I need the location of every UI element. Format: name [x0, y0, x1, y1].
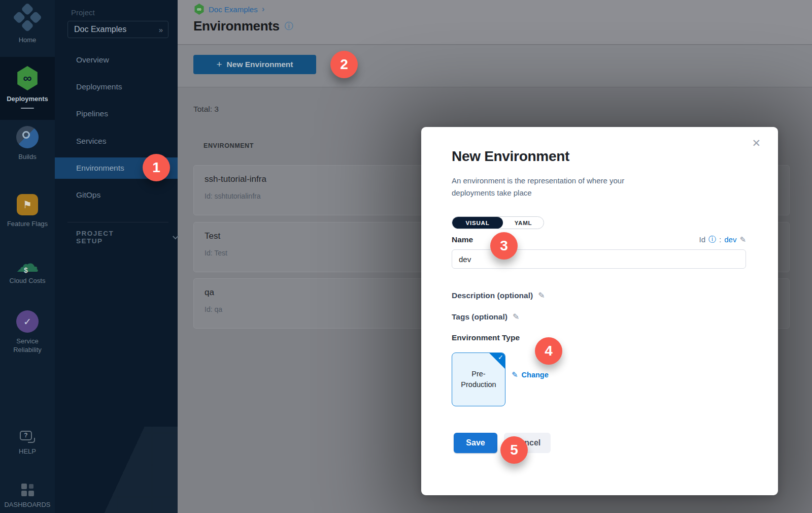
rail-item-label: Home	[19, 36, 37, 44]
project-label: Project	[71, 8, 95, 17]
environment-name: qa	[205, 287, 214, 298]
id-info-icon[interactable]: ⓘ	[708, 235, 716, 244]
module-rail: Home ∞ Deployments Builds ⚑ Feature Flag…	[0, 0, 55, 513]
dialog-subtitle: An environment is the representation of …	[452, 175, 665, 199]
cloud-costs-icon: ☁$	[14, 254, 41, 275]
annotation-badge-5: 5	[500, 436, 528, 464]
edit-tags-icon[interactable]: ✎	[513, 312, 519, 322]
rail-item-cloud-costs[interactable]: ☁$ Cloud Costs	[0, 254, 55, 285]
visual-yaml-toggle: VISUAL YAML	[452, 216, 544, 229]
page-title: Environments	[193, 18, 280, 34]
feature-flags-icon: ⚑	[17, 194, 38, 215]
plus-icon: +	[216, 59, 222, 70]
environment-id: Id: Test	[205, 249, 227, 257]
rail-item-home[interactable]: Home	[0, 7, 55, 44]
environment-id: Id: qa	[205, 305, 222, 313]
new-environment-button[interactable]: + New Environment	[193, 55, 316, 74]
total-count: Total: 3	[193, 105, 219, 114]
edit-id-icon[interactable]: ✎	[739, 235, 746, 244]
environment-id: Id: sshtutorialinfra	[205, 192, 261, 200]
rail-item-label: Feature Flags	[7, 219, 48, 228]
name-label: Name	[452, 235, 473, 244]
rail-item-label: HELP	[19, 447, 36, 456]
project-selector[interactable]: Doc Examples »	[67, 21, 168, 38]
env-type-pre-production-card[interactable]: Pre-Production ✓	[452, 352, 505, 406]
rail-item-label: Builds	[18, 152, 36, 161]
service-reliability-icon: ✓	[16, 310, 39, 333]
edit-description-icon[interactable]: ✎	[538, 291, 545, 300]
annotation-badge-1: 1	[143, 154, 170, 181]
tab-visual[interactable]: VISUAL	[452, 217, 503, 229]
project-sidebar: Project Doc Examples » Overview Deployme…	[55, 0, 178, 513]
sidebar-item-services[interactable]: Services	[55, 131, 178, 152]
change-env-type-link[interactable]: ✎ Change	[512, 370, 549, 379]
deployments-module-icon: ∞	[194, 4, 205, 15]
active-module-underline	[21, 108, 34, 109]
app-screen: Home ∞ Deployments Builds ⚑ Feature Flag…	[0, 0, 812, 513]
rail-item-deployments[interactable]: ∞ Deployments	[0, 57, 55, 120]
rail-item-label: Service Reliability	[6, 337, 49, 354]
expand-projects-icon: »	[159, 25, 162, 34]
home-icon	[12, 3, 42, 33]
sidebar-item-overview[interactable]: Overview	[55, 49, 178, 71]
environment-name: ssh-tutorial-infra	[205, 174, 266, 184]
rail-item-dashboards[interactable]: DASHBOARDS	[0, 484, 55, 509]
project-setup-section[interactable]: PROJECT SETUP	[76, 230, 178, 245]
project-name: Doc Examples	[74, 25, 126, 34]
column-header-environment: ENVIRONMENT	[204, 142, 254, 149]
sidebar-item-gitops[interactable]: GitOps	[55, 184, 178, 206]
info-icon[interactable]: ⓘ	[285, 20, 293, 32]
dashboards-icon	[21, 484, 34, 496]
new-environment-dialog: ✕ New Environment An environment is the …	[421, 127, 778, 495]
sidebar-item-pipelines[interactable]: Pipelines	[55, 103, 178, 124]
help-icon: ?	[20, 431, 35, 443]
annotation-badge-3: 3	[490, 232, 518, 260]
rail-item-builds[interactable]: Builds	[0, 126, 55, 161]
rail-item-label: DASHBOARDS	[4, 500, 50, 509]
breadcrumb-separator-icon: ›	[262, 4, 265, 14]
environment-name: Test	[205, 231, 220, 241]
breadcrumb: ∞ Doc Examples ›	[194, 4, 264, 15]
annotation-badge-4: 4	[535, 337, 562, 365]
entity-id-line: Id ⓘ : dev ✎	[699, 235, 746, 244]
rail-item-label: Deployments	[7, 94, 48, 103]
tab-yaml[interactable]: YAML	[503, 217, 544, 229]
builds-icon	[16, 126, 39, 148]
rail-item-help[interactable]: ? HELP	[0, 431, 55, 456]
sidebar-divider	[67, 222, 168, 222]
tags-label: Tags (optional)	[452, 312, 507, 322]
env-type-value: Pre-Production	[458, 369, 499, 390]
edit-pencil-icon: ✎	[512, 370, 518, 379]
breadcrumb-project-link[interactable]: Doc Examples	[209, 5, 258, 14]
close-icon[interactable]: ✕	[752, 137, 761, 149]
annotation-badge-2: 2	[330, 51, 358, 78]
check-icon: ✓	[498, 354, 503, 361]
dialog-title: New Environment	[452, 148, 569, 165]
deployments-icon: ∞	[16, 66, 39, 90]
page-header: ∞ Doc Examples › Environments ⓘ	[178, 0, 812, 45]
rail-item-service-reliability[interactable]: ✓ Service Reliability	[0, 310, 55, 354]
save-button[interactable]: Save	[454, 433, 497, 453]
id-value: dev	[724, 235, 736, 244]
sidebar-item-deployments[interactable]: Deployments	[55, 76, 178, 98]
rail-item-feature-flags[interactable]: ⚑ Feature Flags	[0, 194, 55, 228]
environment-type-label: Environment Type	[452, 333, 520, 342]
description-label: Description (optional)	[452, 291, 533, 300]
